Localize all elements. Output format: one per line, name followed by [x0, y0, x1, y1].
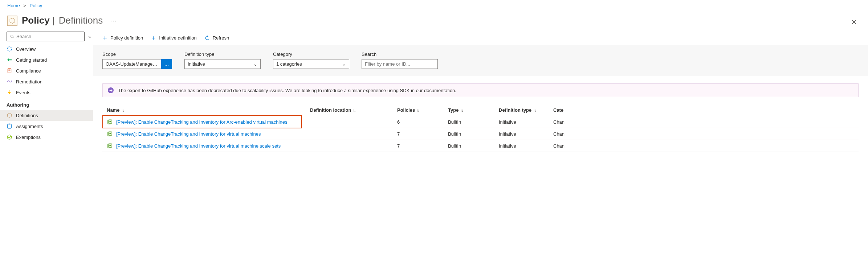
scope-picker-button[interactable]: … [161, 59, 172, 69]
initiative-icon [107, 143, 113, 149]
sidebar-item-assignments[interactable]: Assignments [0, 121, 93, 132]
breadcrumb-policy[interactable]: Policy [30, 3, 42, 8]
collapse-sidebar-icon[interactable]: « [88, 34, 91, 39]
scope-label: Scope [102, 51, 172, 57]
sidebar-item-events[interactable]: Events [0, 87, 93, 98]
add-initiative-definition-button[interactable]: Initiative definition [151, 35, 196, 41]
filter-search-input[interactable] [365, 61, 435, 67]
sidebar-item-getting-started[interactable]: Getting started [0, 54, 93, 65]
add-policy-definition-button[interactable]: Policy definition [102, 35, 143, 41]
filter-scope: Scope OAAS-UpdateManagem… … [102, 51, 172, 69]
page-header: Policy | Definitions ⋯ ✕ [0, 11, 868, 32]
definitions-table-wrap: Name↑↓ Definition location↑↓ Policies↑↓ … [93, 97, 868, 152]
close-button[interactable]: ✕ [851, 18, 857, 26]
more-actions-button[interactable]: ⋯ [110, 17, 117, 25]
filter-bar: Scope OAAS-UpdateManagem… … Definition t… [93, 45, 868, 76]
cell-definition-type: Initiative [494, 140, 549, 152]
sidebar-item-overview[interactable]: Overview [0, 44, 93, 54]
deprecation-info-bar: ➜ The export to GitHub experience has be… [102, 83, 859, 97]
svg-line-2 [13, 37, 14, 38]
sidebar-item-label: Overview [16, 46, 36, 52]
main-content: Policy definition Initiative definition … [93, 32, 868, 152]
svg-point-1 [11, 35, 13, 37]
sidebar-search-input[interactable] [15, 33, 81, 40]
col-header-policies[interactable]: Policies↑↓ [393, 104, 444, 116]
toolbar: Policy definition Initiative definition … [93, 32, 868, 45]
info-icon: ➜ [108, 87, 114, 93]
refresh-icon [205, 36, 210, 41]
chevron-down-icon: ⌄ [342, 61, 346, 67]
svg-point-23 [109, 145, 111, 146]
initiative-icon [107, 119, 113, 125]
table-row[interactable]: [Preview]: Enable ChangeTracking and Inv… [102, 116, 859, 128]
sort-icon: ↑↓ [353, 108, 355, 112]
svg-point-20 [109, 133, 111, 134]
sidebar-item-label: Exemptions [16, 135, 41, 140]
table-row[interactable]: [Preview]: Enable ChangeTracking and Inv… [102, 140, 859, 152]
breadcrumb-home[interactable]: Home [7, 3, 20, 8]
svg-point-10 [7, 135, 12, 139]
cell-policies: 7 [393, 140, 444, 152]
sidebar-item-exemptions[interactable]: Exemptions [0, 132, 93, 143]
definition-link[interactable]: [Preview]: Enable ChangeTracking and Inv… [116, 119, 287, 125]
col-header-type[interactable]: Type↑↓ [444, 104, 494, 116]
events-icon [7, 90, 12, 95]
refresh-button[interactable]: Refresh [205, 35, 229, 41]
chevron-down-icon: ⌄ [253, 61, 257, 67]
plus-icon [151, 36, 156, 41]
sidebar-item-label: Compliance [16, 68, 41, 74]
col-header-category[interactable]: Cate [549, 104, 859, 116]
exemptions-icon [7, 134, 12, 140]
search-icon [10, 34, 15, 39]
col-header-name[interactable]: Name↑↓ [102, 104, 306, 116]
assignments-icon [7, 123, 12, 129]
sidebar-item-remediation[interactable]: Remediation [0, 76, 93, 87]
cell-definition-type: Initiative [494, 116, 549, 128]
definition-link[interactable]: [Preview]: Enable ChangeTracking and Inv… [116, 131, 261, 137]
svg-marker-7 [8, 113, 12, 118]
cell-category: Chan [549, 116, 859, 128]
breadcrumb: Home > Policy [0, 0, 868, 11]
sort-icon: ↑↓ [460, 108, 462, 112]
sort-icon: ↑↓ [121, 108, 123, 112]
sidebar: « Overview Getting started Compliance Re… [0, 32, 93, 150]
col-header-definition-location[interactable]: Definition location↑↓ [306, 104, 393, 116]
svg-point-3 [7, 47, 12, 51]
svg-rect-8 [8, 124, 12, 128]
scope-input[interactable]: OAAS-UpdateManagem… [102, 59, 161, 69]
page-title: Policy | Definitions [22, 15, 103, 26]
sidebar-item-compliance[interactable]: Compliance [0, 65, 93, 76]
sort-icon: ↑↓ [416, 108, 419, 112]
sidebar-section-authoring: Authoring [0, 98, 93, 110]
initiative-icon [107, 131, 113, 137]
category-select[interactable]: 1 categories ⌄ [273, 59, 349, 69]
cell-definition-location [306, 140, 393, 152]
filter-definition-type: Definition type Initiative ⌄ [184, 51, 261, 69]
cell-type: BuiltIn [444, 116, 494, 128]
category-label: Category [273, 51, 349, 57]
page-subtitle: Definitions [59, 15, 103, 26]
sidebar-item-label: Events [16, 90, 30, 95]
info-message: The export to GitHub experience has been… [118, 88, 456, 93]
breadcrumb-separator: > [23, 3, 26, 8]
col-header-definition-type[interactable]: Definition type↑↓ [494, 104, 549, 116]
filter-category: Category 1 categories ⌄ [273, 51, 349, 69]
filter-search-label: Search [362, 51, 438, 57]
definition-type-select[interactable]: Initiative ⌄ [184, 59, 261, 69]
sidebar-search-box[interactable] [7, 32, 85, 41]
getting-started-icon [7, 57, 12, 63]
cell-policies: 7 [393, 128, 444, 140]
cell-definition-location [306, 128, 393, 140]
ellipsis-icon: … [164, 61, 169, 67]
cell-definition-type: Initiative [494, 128, 549, 140]
remediation-icon [7, 79, 12, 85]
deftype-label: Definition type [184, 51, 261, 57]
sidebar-item-label: Definitions [16, 113, 38, 118]
sidebar-item-label: Assignments [16, 124, 43, 129]
sidebar-item-definitions[interactable]: Definitions [0, 110, 93, 121]
definition-link[interactable]: [Preview]: Enable ChangeTracking and Inv… [116, 143, 281, 149]
sort-icon: ↑↓ [533, 108, 535, 112]
table-row[interactable]: [Preview]: Enable ChangeTracking and Inv… [102, 128, 859, 140]
cell-category: Chan [549, 140, 859, 152]
cell-category: Chan [549, 128, 859, 140]
